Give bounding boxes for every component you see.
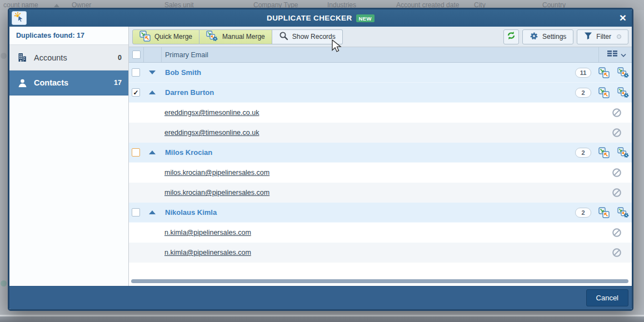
duplicate-group-row[interactable]: Milos Krocian2	[129, 143, 632, 163]
ban-icon[interactable]	[612, 188, 622, 198]
dialog-titlebar: DUPLICATE CHECKER NEW ×	[9, 9, 632, 27]
gear-icon	[530, 32, 538, 42]
email-link[interactable]: ereddingsx@timesonline.co.uk	[164, 129, 259, 137]
show-records-button[interactable]: Show Records	[272, 29, 343, 44]
dialog-title: DUPLICATE CHECKER	[267, 14, 352, 22]
cancel-button[interactable]: Cancel	[586, 289, 628, 306]
quick-merge-icon[interactable]	[598, 87, 610, 98]
sidebar-item-label: Accounts	[34, 53, 67, 62]
search-icon	[279, 31, 288, 42]
quick-merge-icon[interactable]	[598, 147, 610, 158]
duplicate-count-badge: 2	[575, 88, 591, 98]
select-all-checkbox[interactable]	[132, 51, 141, 59]
settings-label: Settings	[542, 33, 566, 41]
email-link[interactable]: ereddingsx@timesonline.co.uk	[164, 109, 259, 117]
manual-merge-icon[interactable]	[617, 207, 630, 218]
group-name[interactable]: Nikolaus Kimla	[165, 208, 217, 217]
duplicate-email-row[interactable]: milos.krocian@pipelinersales.com	[129, 163, 632, 183]
background-bottom-bar	[0, 316, 644, 322]
duplicate-count-badge: 2	[575, 208, 591, 218]
manual-merge-icon[interactable]	[617, 67, 630, 78]
manual-merge-icon[interactable]	[617, 147, 630, 158]
group-name[interactable]: Milos Krocian	[165, 148, 212, 157]
collapse-chevron-icon[interactable]	[148, 210, 156, 214]
column-header-primary-email: Primary Email	[161, 47, 598, 62]
auto-select-button[interactable]	[12, 11, 27, 25]
row-checkbox[interactable]	[132, 148, 140, 157]
manual-merge-button[interactable]: Manual Merge	[199, 29, 272, 44]
manual-merge-icon	[206, 31, 218, 43]
sidebar-item-label: Contacts	[34, 78, 68, 87]
manual-merge-label: Manual Merge	[222, 33, 265, 41]
quick-merge-button[interactable]: Quick Merge	[132, 29, 199, 44]
email-link[interactable]: n.kimla@pipelinersales.com	[164, 249, 251, 256]
duplicate-email-row[interactable]: ereddingsx@timesonline.co.uk	[129, 123, 632, 143]
person-icon	[16, 78, 28, 88]
refresh-button[interactable]	[503, 29, 519, 44]
sidebar-item-contacts[interactable]: Contacts 17	[9, 71, 128, 95]
duplicates-found-summary: Duplicates found: 17	[9, 27, 128, 45]
dialog-body: Duplicates found: 17	[9, 27, 632, 286]
group-name[interactable]: Darren Burton	[165, 88, 214, 97]
duplicate-count-badge: 2	[575, 148, 591, 158]
duplicate-count-badge: 11	[575, 68, 591, 78]
email-link[interactable]: milos.krocian@pipelinersales.com	[164, 169, 269, 177]
background-icon	[1, 53, 7, 59]
magic-wand-icon	[14, 12, 25, 24]
duplicates-panel: Quick Merge Manual Merge Show Records	[129, 27, 632, 286]
filter-funnel-icon	[584, 32, 592, 42]
columns-icon	[607, 50, 618, 60]
quick-merge-icon	[139, 31, 151, 43]
sidebar-item-count: 17	[114, 79, 122, 87]
duplicate-email-row[interactable]: ereddingsx@timesonline.co.uk	[129, 103, 632, 123]
chevron-column	[143, 47, 161, 62]
duplicate-group-row[interactable]: ✓Darren Burton2	[129, 83, 632, 103]
duplicate-group-row[interactable]: Nikolaus Kimla2	[129, 203, 632, 223]
duplicate-email-row[interactable]: n.kimla@pipelinersales.com	[129, 243, 632, 263]
duplicate-email-row[interactable]: n.kimla@pipelinersales.com	[129, 223, 632, 243]
duplicate-email-row[interactable]: milos.krocian@pipelinersales.com	[129, 183, 632, 203]
building-icon	[16, 53, 28, 62]
chevron-down-icon	[621, 51, 626, 59]
column-chooser-button[interactable]	[598, 47, 632, 62]
close-icon[interactable]: ×	[620, 10, 626, 26]
horizontal-scrollbar[interactable]	[131, 279, 628, 283]
email-link[interactable]: milos.krocian@pipelinersales.com	[164, 189, 269, 197]
refresh-icon	[506, 31, 516, 42]
ban-icon[interactable]	[612, 108, 622, 118]
collapse-chevron-icon[interactable]	[148, 90, 156, 94]
quick-merge-icon[interactable]	[598, 67, 610, 78]
toolbar: Quick Merge Manual Merge Show Records	[129, 27, 632, 47]
expand-chevron-icon[interactable]	[148, 71, 156, 74]
ban-icon[interactable]	[612, 248, 622, 258]
filter-button[interactable]: Filter	[577, 29, 628, 44]
filter-indicator-dot	[617, 34, 621, 39]
ban-icon[interactable]	[612, 128, 622, 138]
dialog-footer: Cancel	[9, 286, 632, 309]
sidebar-item-count: 0	[118, 54, 122, 62]
sidebar-item-accounts[interactable]: Accounts 0	[9, 45, 128, 71]
ban-icon[interactable]	[612, 168, 622, 178]
email-link[interactable]: n.kimla@pipelinersales.com	[164, 229, 251, 237]
settings-button[interactable]: Settings	[522, 29, 573, 44]
ban-icon[interactable]	[612, 228, 622, 238]
duplicate-checker-dialog: DUPLICATE CHECKER NEW × Duplicates found…	[8, 8, 633, 311]
manual-merge-icon[interactable]	[617, 87, 630, 98]
row-checkbox[interactable]	[132, 68, 140, 77]
background-icon	[1, 280, 7, 286]
collapse-chevron-icon[interactable]	[148, 150, 156, 154]
grid-rows: Bob Smith11✓Darren Burton2ereddingsx@tim…	[129, 63, 632, 286]
group-name[interactable]: Bob Smith	[165, 68, 201, 77]
row-checkbox[interactable]: ✓	[132, 88, 140, 97]
quick-merge-icon[interactable]	[598, 207, 610, 218]
quick-merge-label: Quick Merge	[154, 33, 192, 41]
duplicate-group-row[interactable]: Bob Smith11	[129, 63, 632, 83]
row-checkbox[interactable]	[132, 208, 140, 217]
sidebar: Duplicates found: 17	[9, 27, 129, 286]
show-records-label: Show Records	[292, 33, 336, 41]
sort-arrow-icon	[54, 4, 59, 7]
filter-label: Filter	[596, 33, 611, 41]
grid-header: Primary Email	[129, 47, 632, 63]
new-feature-badge: NEW	[356, 14, 375, 22]
